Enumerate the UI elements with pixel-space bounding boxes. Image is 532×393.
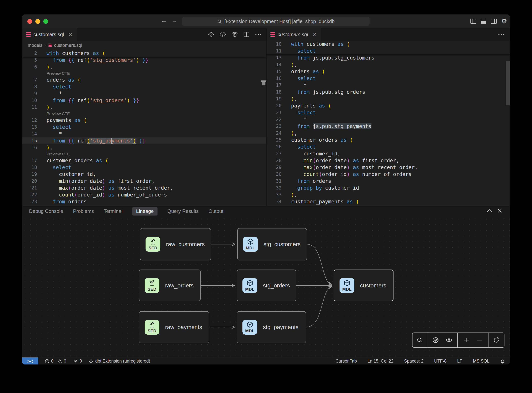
code-line[interactable]: 22 * <box>267 116 510 123</box>
toggle-secondary-sidebar-icon[interactable] <box>490 18 498 25</box>
zoom-out-icon[interactable] <box>476 337 483 344</box>
code-line[interactable]: 13 select <box>22 124 266 131</box>
refresh-icon[interactable] <box>493 337 500 344</box>
panel-tab-output[interactable]: Output <box>209 208 223 214</box>
dbt-extension-status[interactable]: dbt Extension (unregistered) <box>88 359 150 364</box>
lineage-node-stg_orders[interactable]: MDLstg_orders <box>237 270 296 301</box>
zoom-window-button[interactable] <box>43 19 48 24</box>
lineage-node-stg_customers[interactable]: MDLstg_customers <box>237 228 307 260</box>
code-line[interactable]: 23 from js.pub.stg_payments <box>267 123 510 130</box>
editor-group-divider[interactable] <box>266 28 267 206</box>
code-line[interactable]: 17 * <box>267 82 510 89</box>
status-ln-15-col-22[interactable]: Ln 15, Col 22 <box>368 359 393 364</box>
code-line[interactable]: 26 select <box>267 143 510 150</box>
breadcrumb[interactable]: models › customers.sql <box>22 41 266 50</box>
code-line[interactable]: 20 min(order_date) as first_order, <box>22 178 266 185</box>
code-line[interactable]: 7orders as ( <box>22 76 266 83</box>
code-line[interactable]: 11 select <box>267 48 510 54</box>
lineage-graph-canvas[interactable]: SEDraw_customersMDLstg_customersSEDraw_o… <box>22 216 510 357</box>
lineage-node-stg_payments[interactable]: MDLstg_payments <box>237 311 306 343</box>
code-line[interactable]: 19 customer_id, <box>22 171 266 178</box>
code-line[interactable]: 30 count(order_id) as number_of_orders <box>267 171 510 178</box>
status-cursor-tab[interactable]: Cursor Tab <box>335 359 357 364</box>
close-window-button[interactable] <box>27 19 32 24</box>
close-tab-icon[interactable]: ✕ <box>312 32 317 38</box>
code-line[interactable]: 18 from js.pub.stg_orders <box>267 89 510 95</box>
code-line[interactable]: 2with customers as ( <box>22 50 266 57</box>
search-icon[interactable] <box>417 337 423 344</box>
code-line[interactable]: 32 group by customer_id <box>267 185 510 191</box>
panel-tab-terminal[interactable]: Terminal <box>104 208 122 214</box>
status-spaces-2[interactable]: Spaces: 2 <box>404 359 423 364</box>
code-line[interactable]: 34customer_payments as ( <box>267 198 510 205</box>
breadcrumb-file[interactable]: customers.sql <box>54 43 82 48</box>
dbt-icon[interactable] <box>208 31 215 38</box>
navigate-back-icon[interactable]: ← <box>160 17 168 24</box>
code-line[interactable]: 15 from {{ ref('stg_payments') }} <box>22 137 266 144</box>
codelens-preview-cte[interactable]: Preview CTE <box>22 111 266 117</box>
status-lf[interactable]: LF <box>457 359 462 364</box>
more-actions-icon[interactable] <box>498 31 505 38</box>
panel-tab-debug-console[interactable]: Debug Console <box>29 208 63 214</box>
close-tab-icon[interactable]: ✕ <box>68 32 72 38</box>
status-ms-sql[interactable]: MS SQL <box>473 359 489 364</box>
open-preview-icon[interactable] <box>231 31 238 38</box>
panel-tab-lineage[interactable]: Lineage <box>132 207 158 216</box>
problems-status[interactable]: 0 0 <box>45 359 66 364</box>
code-line[interactable]: 16 select <box>267 75 510 82</box>
more-actions-icon[interactable] <box>255 31 262 38</box>
code-line[interactable]: 14 * <box>22 131 266 137</box>
panel-tab-problems[interactable]: Problems <box>73 208 94 214</box>
code-line[interactable]: 10with customers as ( <box>267 41 510 48</box>
code-line[interactable]: 13 from js.pub.stg_customers <box>267 54 510 61</box>
editor-source-sql[interactable]: 5 from {{ ref('stg_customers') }}6),Prev… <box>22 50 266 206</box>
breadcrumb-folder[interactable]: models <box>28 43 42 48</box>
notifications-bell-icon[interactable] <box>500 359 505 364</box>
code-line[interactable]: 6), <box>22 64 266 70</box>
aperture-icon[interactable] <box>432 337 439 344</box>
toggle-panel-icon[interactable] <box>480 18 487 25</box>
code-line[interactable]: 11), <box>22 104 266 111</box>
lineage-node-raw_payments[interactable]: SEDraw_payments <box>139 311 209 343</box>
settings-gear-icon[interactable]: ⚙ <box>500 18 508 25</box>
lineage-node-raw_customers[interactable]: SEDraw_customers <box>140 228 211 260</box>
code-line[interactable]: 28 min(order_date) as first_order, <box>267 157 510 164</box>
maximize-panel-icon[interactable] <box>486 207 493 214</box>
lineage-node-raw_orders[interactable]: SEDraw_orders <box>139 270 201 301</box>
code-line[interactable]: 14), <box>267 61 510 68</box>
left-editor-scrollbar[interactable] <box>261 80 266 82</box>
code-line[interactable]: 23 from orders <box>22 198 266 205</box>
code-line[interactable]: 20payments as ( <box>267 102 510 109</box>
panel-tab-query-results[interactable]: Query Results <box>167 208 199 214</box>
zoom-in-icon[interactable] <box>463 337 470 344</box>
remote-indicator[interactable]: >< <box>22 357 38 365</box>
right-editor-scrollbar[interactable] <box>506 61 510 105</box>
code-line[interactable]: 17customer_orders as ( <box>22 157 266 164</box>
code-line[interactable]: 15orders as ( <box>267 68 510 75</box>
code-line[interactable]: 12payments as ( <box>22 117 266 124</box>
sticky-scroll[interactable]: 10with customers as (11 select <box>267 41 510 55</box>
minimize-window-button[interactable] <box>35 19 40 24</box>
navigate-forward-icon[interactable]: → <box>170 17 179 24</box>
ports-status[interactable]: 0 <box>73 359 82 364</box>
split-editor-icon[interactable] <box>243 31 250 38</box>
code-line[interactable]: 33), <box>267 191 510 198</box>
editor-compiled-sql[interactable]: 13 from js.pub.stg_customers14),15orders… <box>267 41 510 206</box>
status-utf-8[interactable]: UTF-8 <box>434 359 446 364</box>
code-line[interactable]: 18 select <box>22 164 266 171</box>
code-line[interactable]: 24), <box>267 130 510 137</box>
lineage-node-customers[interactable]: MDLcustomers <box>334 270 393 301</box>
command-center-search[interactable]: [Extension Development Host] jaffle_shop… <box>182 17 369 26</box>
sticky-scroll[interactable]: 2with customers as ( <box>22 50 266 57</box>
code-line[interactable]: 25customer_orders as ( <box>267 137 510 143</box>
codelens-preview-cte[interactable]: Preview CTE <box>22 151 266 157</box>
tab-customers-sql-right[interactable]: customers.sql ✕ <box>266 28 321 41</box>
tab-customers-sql-left[interactable]: customers.sql ✕ <box>22 28 77 41</box>
code-line[interactable]: 5 from {{ ref('stg_customers') }} <box>22 57 266 64</box>
codelens-preview-cte[interactable]: Preview CTE <box>22 70 266 76</box>
code-line[interactable]: 21 max(order_date) as most_recent_order, <box>22 185 266 191</box>
code-line[interactable]: 22 count(order_id) as number_of_orders <box>22 191 266 198</box>
toggle-primary-sidebar-icon[interactable] <box>470 18 477 25</box>
code-line[interactable]: 9 * <box>22 90 266 97</box>
eye-icon[interactable] <box>446 337 452 344</box>
